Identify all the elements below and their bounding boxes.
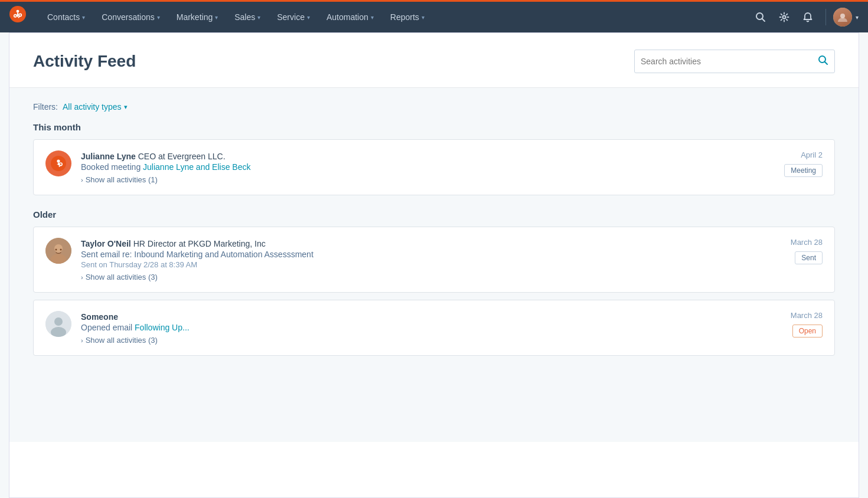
activity-action-julianne: Booked meeting Julianne Lyne and Elise B… bbox=[81, 162, 775, 172]
contact-name-someone: Someone bbox=[81, 312, 118, 322]
search-input[interactable] bbox=[641, 57, 818, 66]
section-header-this-month: This month bbox=[33, 122, 835, 132]
show-all-julianne[interactable]: › Show all activities (1) bbox=[81, 175, 775, 184]
nav-label-automation: Automation bbox=[327, 12, 368, 22]
chevron-right-icon: › bbox=[81, 176, 83, 184]
svg-point-27 bbox=[54, 317, 63, 326]
activity-body-taylor: Taylor O'Neil HR Director at PKGD Market… bbox=[81, 238, 781, 281]
show-all-label-julianne: Show all activities (1) bbox=[86, 175, 158, 184]
activity-card-taylor: Taylor O'Neil HR Director at PKGD Market… bbox=[33, 227, 835, 293]
svg-line-9 bbox=[762, 19, 765, 22]
section-header-older: Older bbox=[33, 209, 835, 219]
content-area: Filters: All activity types ▾ This month bbox=[9, 88, 859, 442]
user-menu-chevron[interactable]: ▾ bbox=[856, 14, 859, 21]
svg-line-13 bbox=[825, 61, 828, 64]
settings-button[interactable] bbox=[774, 6, 795, 28]
chevron-down-icon: ▾ bbox=[215, 14, 218, 21]
activity-date-taylor: March 28 bbox=[791, 238, 823, 247]
activity-name-line: Julianne Lyne CEO at Evergreen LLC. bbox=[81, 152, 775, 161]
activity-date-someone: March 28 bbox=[791, 311, 823, 320]
activity-right-someone: March 28 Open bbox=[791, 311, 823, 338]
nav-item-conversations[interactable]: Conversations ▾ bbox=[93, 1, 168, 34]
filter-active-label: All activity types bbox=[63, 102, 122, 112]
filters-bar: Filters: All activity types ▾ bbox=[33, 102, 835, 112]
show-all-taylor[interactable]: › Show all activities (3) bbox=[81, 273, 781, 281]
svg-point-22 bbox=[54, 244, 63, 253]
activity-body-julianne: Julianne Lyne CEO at Evergreen LLC. Book… bbox=[81, 150, 775, 184]
svg-rect-20 bbox=[58, 163, 59, 166]
activity-card-someone: Someone Opened email Following Up... › S… bbox=[33, 300, 835, 356]
activity-card-julianne: Julianne Lyne CEO at Evergreen LLC. Book… bbox=[33, 139, 835, 195]
chevron-down-icon: ▾ bbox=[371, 14, 374, 21]
nav-label-sales: Sales bbox=[234, 12, 255, 22]
svg-line-4 bbox=[18, 17, 19, 17]
activity-name-line-taylor: Taylor O'Neil HR Director at PKGD Market… bbox=[81, 239, 781, 248]
svg-rect-2 bbox=[17, 12, 18, 17]
svg-point-15 bbox=[57, 160, 60, 163]
show-all-label-someone: Show all activities (3) bbox=[86, 336, 158, 345]
chevron-down-icon: ▾ bbox=[157, 14, 160, 21]
svg-point-10 bbox=[783, 16, 786, 19]
action-link-someone[interactable]: Following Up... bbox=[135, 323, 190, 332]
contact-name-julianne: Julianne Lyne bbox=[81, 152, 136, 161]
page-header: Activity Feed bbox=[9, 33, 859, 88]
action-link-julianne[interactable]: Julianne Lyne and Elise Beck bbox=[143, 162, 250, 172]
activity-name-line-someone: Someone bbox=[81, 312, 781, 322]
chevron-down-icon: ▾ bbox=[124, 103, 128, 111]
activity-right-taylor: March 28 Sent bbox=[791, 238, 823, 264]
avatar-someone bbox=[45, 311, 71, 337]
filters-label: Filters: bbox=[33, 102, 58, 112]
chevron-down-icon: ▾ bbox=[307, 14, 310, 21]
nav-right: ▾ bbox=[750, 6, 859, 28]
hubspot-logo[interactable] bbox=[9, 6, 32, 28]
nav-label-conversations: Conversations bbox=[102, 12, 155, 22]
avatar-taylor bbox=[45, 238, 71, 264]
chevron-right-icon: › bbox=[81, 274, 83, 281]
avatar-julianne bbox=[45, 150, 71, 176]
search-button[interactable] bbox=[750, 6, 771, 28]
activity-type-filter[interactable]: All activity types ▾ bbox=[63, 102, 128, 112]
action-text-taylor: Inbound Marketing and Automation Assesss… bbox=[134, 250, 314, 259]
nav-item-service[interactable]: Service ▾ bbox=[269, 1, 318, 34]
chevron-down-icon: ▾ bbox=[257, 14, 260, 21]
contact-name-taylor: Taylor O'Neil bbox=[81, 239, 131, 248]
activity-meta-taylor: Sent on Thursday 2/28 at 8:39 AM bbox=[81, 260, 781, 269]
nav-label-service: Service bbox=[277, 12, 305, 22]
nav-item-reports[interactable]: Reports ▾ bbox=[382, 1, 433, 34]
svg-point-24 bbox=[56, 249, 57, 251]
navbar: Contacts ▾ Conversations ▾ Marketing ▾ S… bbox=[0, 0, 868, 32]
activity-badge-julianne: Meeting bbox=[784, 164, 823, 177]
chevron-right-icon: › bbox=[81, 337, 83, 344]
activity-action-someone: Opened email Following Up... bbox=[81, 323, 781, 332]
nav-item-marketing[interactable]: Marketing ▾ bbox=[168, 1, 226, 34]
nav-label-reports: Reports bbox=[390, 12, 419, 22]
activity-body-someone: Someone Opened email Following Up... › S… bbox=[81, 311, 781, 345]
activity-right-julianne: April 2 Meeting bbox=[784, 150, 823, 177]
activity-badge-someone: Open bbox=[792, 325, 823, 338]
nav-label-marketing: Marketing bbox=[177, 12, 213, 22]
notifications-button[interactable] bbox=[797, 6, 818, 28]
svg-point-25 bbox=[60, 249, 62, 251]
search-box bbox=[634, 50, 835, 73]
company-julianne: CEO at Evergreen LLC. bbox=[138, 152, 226, 161]
user-avatar[interactable] bbox=[833, 8, 852, 27]
svg-point-11 bbox=[840, 14, 845, 18]
company-taylor: HR Director at PKGD Marketing, Inc bbox=[133, 239, 266, 248]
activity-action-taylor: Sent email re: Inbound Marketing and Aut… bbox=[81, 250, 781, 259]
show-all-label-taylor: Show all activities (3) bbox=[86, 273, 158, 281]
nav-label-contacts: Contacts bbox=[47, 12, 80, 22]
svg-line-17 bbox=[59, 166, 60, 167]
nav-items: Contacts ▾ Conversations ▾ Marketing ▾ S… bbox=[39, 1, 750, 34]
page-title: Activity Feed bbox=[33, 52, 136, 71]
page-wrapper: Activity Feed Filters: All activity type… bbox=[9, 32, 859, 498]
show-all-someone[interactable]: › Show all activities (3) bbox=[81, 336, 781, 345]
activity-badge-taylor: Sent bbox=[795, 251, 823, 264]
nav-item-contacts[interactable]: Contacts ▾ bbox=[39, 1, 93, 34]
chevron-down-icon: ▾ bbox=[422, 14, 425, 21]
nav-divider bbox=[825, 9, 826, 25]
nav-item-automation[interactable]: Automation ▾ bbox=[318, 1, 382, 34]
nav-item-sales[interactable]: Sales ▾ bbox=[226, 1, 269, 34]
chevron-down-icon: ▾ bbox=[82, 14, 85, 21]
search-icon bbox=[818, 55, 828, 68]
svg-point-1 bbox=[17, 10, 19, 13]
